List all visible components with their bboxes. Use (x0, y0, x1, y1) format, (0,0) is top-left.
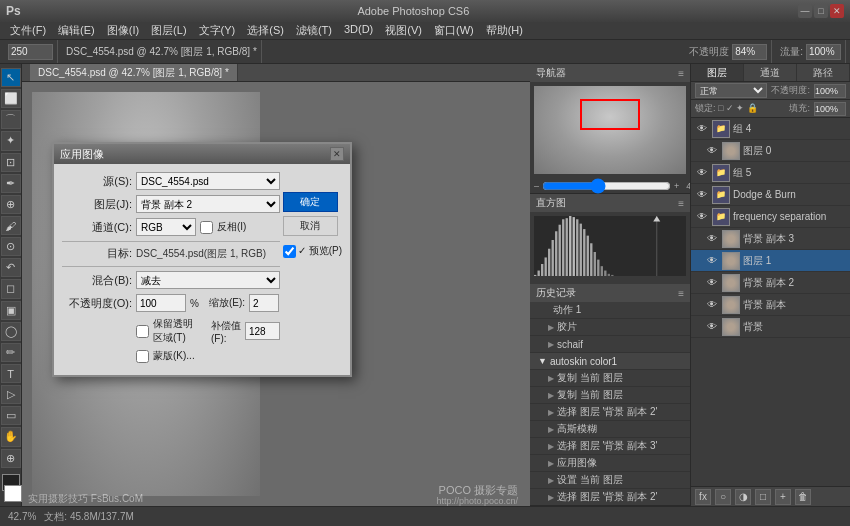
layer-item[interactable]: 👁背景 副本 2 (691, 272, 850, 294)
menu-item[interactable]: 编辑(E) (52, 23, 101, 38)
flow-input[interactable] (806, 44, 841, 60)
dialog-close-button[interactable]: ✕ (330, 147, 344, 161)
menu-item[interactable]: 帮助(H) (480, 23, 529, 38)
path-tool[interactable]: ▷ (1, 385, 21, 404)
layer-item[interactable]: 👁📁组 4 (691, 118, 850, 140)
mask-checkbox[interactable] (136, 350, 149, 363)
layer-new-button[interactable]: + (775, 489, 791, 505)
shape-tool[interactable]: ▭ (1, 406, 21, 425)
clone-tool[interactable]: ⊙ (1, 237, 21, 256)
layer-opacity-input[interactable] (814, 84, 846, 98)
history-item[interactable]: ▶应用图像 (530, 455, 690, 472)
menu-item[interactable]: 文字(Y) (193, 23, 242, 38)
zoom-out-icon[interactable]: – (534, 181, 539, 191)
layer-visibility-toggle[interactable]: 👁 (705, 232, 719, 246)
channel-select[interactable]: RGB (136, 218, 196, 236)
layer-adjustment-button[interactable]: ◑ (735, 489, 751, 505)
tab-channels[interactable]: 通道 (744, 64, 797, 81)
layer-visibility-toggle[interactable]: 👁 (705, 276, 719, 290)
move-tool[interactable]: ↖ (1, 68, 21, 87)
active-tab[interactable]: DSC_4554.psd @ 42.7% [图层 1, RGB/8] * (30, 64, 238, 81)
zoom-slider[interactable] (542, 182, 671, 190)
close-button[interactable]: ✕ (830, 4, 844, 18)
brush-tool[interactable]: 🖌 (1, 216, 21, 235)
layer-visibility-toggle[interactable]: 👁 (705, 144, 719, 158)
history-item[interactable]: ▶选择 图层 '背景 副本 3' (530, 438, 690, 455)
ok-button[interactable]: 确定 (283, 192, 338, 212)
history-item[interactable]: ▶复制 当前 图层 (530, 370, 690, 387)
history-item[interactable]: ▶选择 图层 '背景 副本 2' (530, 404, 690, 421)
layer-item[interactable]: 👁图层 1 (691, 250, 850, 272)
opacity-field[interactable] (136, 294, 186, 312)
type-tool[interactable]: T (1, 364, 21, 383)
history-menu-icon[interactable]: ≡ (678, 288, 684, 299)
pen-tool[interactable]: ✏ (1, 343, 21, 362)
gradient-tool[interactable]: ▣ (1, 301, 21, 320)
layer-visibility-toggle[interactable]: 👁 (695, 122, 709, 136)
layer-item[interactable]: 👁📁组 5 (691, 162, 850, 184)
preserve-checkbox[interactable] (136, 325, 149, 338)
layer-visibility-toggle[interactable]: 👁 (695, 188, 709, 202)
menu-item[interactable]: 图像(I) (101, 23, 145, 38)
history-item[interactable]: ▶胶片 (530, 319, 690, 336)
eraser-tool[interactable]: ◻ (1, 279, 21, 298)
layer-item[interactable]: 👁图层 0 (691, 140, 850, 162)
layer-item[interactable]: 👁背景 (691, 316, 850, 338)
history-item[interactable]: ▼autoskin color1 (530, 353, 690, 370)
background-color[interactable] (4, 485, 22, 502)
navigator-header[interactable]: 导航器 ≡ (530, 64, 690, 82)
dodge-tool[interactable]: ◯ (1, 322, 21, 341)
layer-delete-button[interactable]: 🗑 (795, 489, 811, 505)
crop-tool[interactable]: ⊡ (1, 153, 21, 172)
menu-item[interactable]: 窗口(W) (428, 23, 480, 38)
hand-tool[interactable]: ✋ (1, 427, 21, 446)
magic-wand-tool[interactable]: ✦ (1, 131, 21, 150)
tab-paths[interactable]: 路径 (797, 64, 850, 81)
menu-item[interactable]: 视图(V) (379, 23, 428, 38)
layer-item[interactable]: 👁📁frequency separation (691, 206, 850, 228)
minimize-button[interactable]: — (798, 4, 812, 18)
heal-tool[interactable]: ⊕ (1, 195, 21, 214)
menu-item[interactable]: 滤镜(T) (290, 23, 338, 38)
layer-mask-button[interactable]: ○ (715, 489, 731, 505)
menu-item[interactable]: 文件(F) (4, 23, 52, 38)
marquee-tool[interactable]: ⬜ (1, 89, 21, 108)
history-item[interactable]: ▶设置 当前 图层 (530, 472, 690, 489)
menu-item[interactable]: 3D(D) (338, 23, 379, 35)
layer-visibility-toggle[interactable]: 👁 (705, 320, 719, 334)
maximize-button[interactable]: □ (814, 4, 828, 18)
scale-field[interactable] (249, 294, 279, 312)
layer-select[interactable]: 背景 副本 2 (136, 195, 280, 213)
history-item[interactable]: ▶schaif (530, 336, 690, 353)
lasso-tool[interactable]: ⌒ (1, 110, 21, 129)
history-item[interactable]: 动作 1 (530, 302, 690, 319)
dialog-titlebar[interactable]: 应用图像 ✕ (54, 144, 350, 164)
history-item[interactable]: ▶高斯模糊 (530, 421, 690, 438)
tab-layers[interactable]: 图层 (691, 64, 744, 81)
layer-item[interactable]: 👁背景 副本 3 (691, 228, 850, 250)
layer-item[interactable]: 👁背景 副本 (691, 294, 850, 316)
layer-item[interactable]: 👁📁Dodge & Burn (691, 184, 850, 206)
offset-field[interactable] (245, 322, 280, 340)
layer-visibility-toggle[interactable]: 👁 (705, 254, 719, 268)
layer-fx-button[interactable]: fx (695, 489, 711, 505)
layer-group-button[interactable]: □ (755, 489, 771, 505)
history-item[interactable]: ▶选择 图层 '背景 副本 2' (530, 489, 690, 505)
zoom-tool[interactable]: ⊕ (1, 449, 21, 468)
blend-mode-select[interactable]: 正常 (695, 83, 767, 98)
history-item[interactable]: ▶复制 当前 图层 (530, 387, 690, 404)
layer-visibility-toggle[interactable]: 👁 (695, 166, 709, 180)
layer-visibility-toggle[interactable]: 👁 (695, 210, 709, 224)
menu-item[interactable]: 选择(S) (241, 23, 290, 38)
menu-item[interactable]: 图层(L) (145, 23, 192, 38)
layer-visibility-toggle[interactable]: 👁 (705, 298, 719, 312)
invert-checkbox[interactable] (200, 221, 213, 234)
histogram-menu-icon[interactable]: ≡ (678, 198, 684, 209)
fill-input[interactable] (814, 102, 846, 116)
source-select[interactable]: DSC_4554.psd (136, 172, 280, 190)
zoom-in-icon[interactable]: + (674, 181, 679, 191)
history-brush-tool[interactable]: ↶ (1, 258, 21, 277)
eyedropper-tool[interactable]: ✒ (1, 174, 21, 193)
opacity-input[interactable] (732, 44, 767, 60)
zoom-input[interactable] (8, 44, 53, 60)
